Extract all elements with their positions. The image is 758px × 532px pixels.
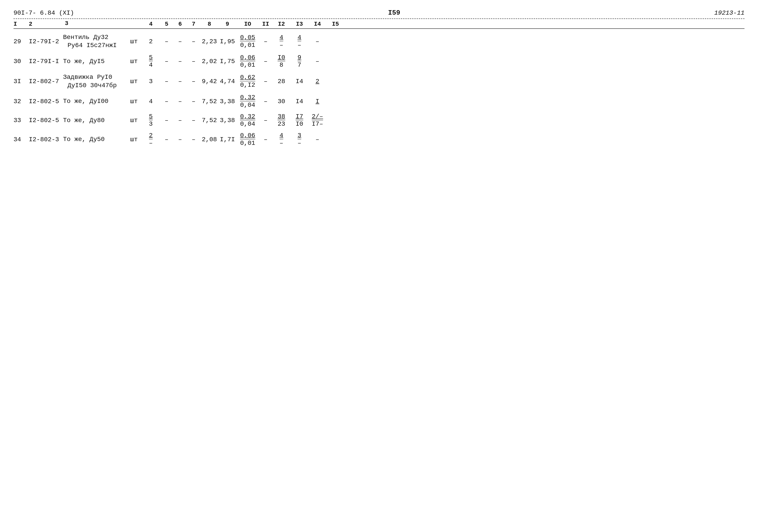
cell-col11: – [259, 38, 272, 45]
cell-num: 32 [14, 98, 27, 105]
cell-col14: – [308, 136, 327, 143]
cell-col12: 4– [272, 34, 291, 49]
cell-col13: I7I0 [291, 113, 308, 128]
col-header-9: 9 [218, 21, 236, 27]
cell-col4: 2– [142, 132, 160, 147]
cell-col11: – [259, 78, 272, 85]
col-header-8: 8 [200, 21, 218, 27]
cell-col9: 4,74 [218, 78, 236, 85]
cell-col14: 2/–I7– [308, 113, 327, 128]
cell-code: I2-802-7 [27, 78, 63, 85]
cell-col9: I,95 [218, 38, 236, 45]
col-header-4: 4 [142, 21, 160, 27]
cell-col6: – [173, 38, 187, 45]
cell-col10: 0,320,04 [236, 113, 259, 128]
cell-col12: 3823 [272, 113, 291, 128]
cell-col12: 28 [272, 78, 291, 85]
col-header-11: II [259, 21, 272, 27]
cell-col4: 3 [142, 78, 160, 85]
cell-col10: 0,060,01 [236, 132, 259, 147]
cell-col10: 0,050,01 [236, 34, 259, 49]
cell-col10: 0,320,04 [236, 94, 259, 109]
cell-col12: I08 [272, 54, 291, 69]
table-row: 33I2-802-5То же, Ду80шт53–––7,523,380,32… [14, 111, 744, 130]
table-row: 34I2-802-3То же, Ду50шт2––––2,08I,7I0,06… [14, 130, 744, 149]
header-right: 19213-11 [714, 10, 744, 17]
cell-col9: 3,38 [218, 117, 236, 124]
col-header-15: I5 [327, 21, 344, 27]
cell-num: 29 [14, 38, 27, 45]
header-left: 90I-7- 6.84 (XI) [14, 10, 74, 17]
cell-col11: – [259, 58, 272, 65]
cell-unit: шт [126, 136, 142, 143]
cell-col8: 9,42 [200, 78, 218, 85]
cell-code: I2-802-5 [27, 98, 63, 105]
cell-col4: 53 [142, 113, 160, 128]
col-header-1: I [14, 21, 27, 27]
cell-col5: – [160, 58, 173, 65]
data-rows: 29I2-79I-2Вентиль Ду32Ру64 I5с27нжIшт2––… [14, 31, 744, 149]
cell-col7: – [187, 58, 200, 65]
cell-col4: 54 [142, 54, 160, 69]
cell-col10: 0,060,01 [236, 54, 259, 69]
cell-num: 33 [14, 117, 27, 124]
cell-col7: – [187, 38, 200, 45]
cell-code: I2-79I-2 [27, 38, 63, 45]
cell-col8: 2,08 [200, 136, 218, 143]
cell-col11: – [259, 136, 272, 143]
cell-col5: – [160, 136, 173, 143]
cell-col12: 30 [272, 98, 291, 105]
col-header-14: I4 [308, 21, 327, 27]
cell-col7: – [187, 98, 200, 105]
col-header-6: 6 [173, 21, 187, 27]
cell-col6: – [173, 98, 187, 105]
cell-num: 3I [14, 78, 27, 85]
col-header-12: I2 [272, 21, 291, 27]
col-header-10: IO [236, 21, 259, 27]
col-header-7: 7 [187, 21, 200, 27]
cell-col5: – [160, 98, 173, 105]
cell-unit: шт [126, 78, 142, 85]
cell-name: То же, Ду50 [63, 135, 126, 143]
cell-col13: I4 [291, 98, 308, 105]
cell-col8: 7,52 [200, 117, 218, 124]
cell-col14: 2 [308, 78, 327, 85]
cell-code: I2-802-5 [27, 117, 63, 124]
cell-col14: I [308, 98, 327, 105]
cell-name: То же, ДуI5 [63, 57, 126, 65]
cell-col7: – [187, 117, 200, 124]
cell-code: I2-802-3 [27, 136, 63, 143]
cell-col11: – [259, 98, 272, 105]
cell-unit: шт [126, 38, 142, 45]
cell-col6: – [173, 117, 187, 124]
cell-num: 30 [14, 58, 27, 65]
cell-col11: – [259, 117, 272, 124]
table-row: 29I2-79I-2Вентиль Ду32Ру64 I5с27нжIшт2––… [14, 31, 744, 52]
cell-num: 34 [14, 136, 27, 143]
cell-col5: – [160, 78, 173, 85]
cell-col14: – [308, 38, 327, 45]
cell-col12: 4– [272, 132, 291, 147]
cell-name: То же, Ду80 [63, 117, 126, 124]
cell-col8: 2,23 [200, 38, 218, 45]
cell-col13: 3– [291, 132, 308, 147]
cell-col6: – [173, 58, 187, 65]
cell-name: Задвижка РуI0ДуI50 30ч47бр [63, 73, 126, 89]
cell-col8: 2,02 [200, 58, 218, 65]
cell-unit: шт [126, 98, 142, 105]
cell-col4: 4 [142, 98, 160, 105]
table-row: 30I2-79I-IТо же, ДуI5шт54–––2,02I,750,06… [14, 52, 744, 71]
cell-col8: 7,52 [200, 98, 218, 105]
cell-col7: – [187, 78, 200, 85]
col-header-2: 2 [27, 21, 63, 27]
table-row: 32I2-802-5То же, ДуI00шт4–––7,523,380,32… [14, 92, 744, 111]
cell-col5: – [160, 38, 173, 45]
col-header-13: I3 [291, 21, 308, 27]
header-center: I59 [388, 9, 400, 17]
top-dashed-rule [14, 18, 744, 19]
cell-name: Вентиль Ду32Ру64 I5с27нжI [63, 33, 126, 50]
cell-col13: I4 [291, 78, 308, 85]
cell-col13: 4– [291, 34, 308, 49]
cell-col9: 3,38 [218, 98, 236, 105]
cell-name: То же, ДуI00 [63, 97, 126, 105]
